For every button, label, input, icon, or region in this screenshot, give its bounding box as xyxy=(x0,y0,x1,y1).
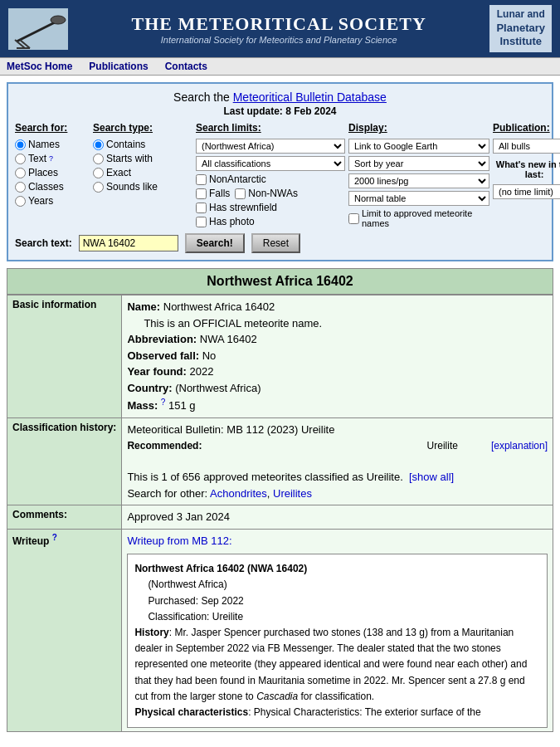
checkbox-limit-approved[interactable]: Limit to approved meteorite names xyxy=(348,208,489,228)
navbar: MetSoc Home Publications Contacts xyxy=(0,57,560,76)
radio-names[interactable]: Names xyxy=(15,139,90,150)
search-limits-header: Search limits: xyxy=(196,122,345,134)
svg-rect-0 xyxy=(8,8,68,50)
lpi-logo: Lunar and Planetary Institute xyxy=(489,5,552,52)
society-logo-left xyxy=(8,8,68,50)
display-select-table[interactable]: Normal table xyxy=(348,191,489,206)
radio-contains[interactable]: Contains xyxy=(93,139,192,150)
bulletin-db-link[interactable]: Meteoritical Bulletin Database xyxy=(233,90,387,104)
comments-row: Comments: Approved 3 Jan 2024 xyxy=(7,505,553,530)
display-col: Display: Link to Google Earth Sort by ye… xyxy=(348,122,489,228)
ureilites-link[interactable]: Ureilites xyxy=(273,487,312,500)
basic-info-content: Name: Northwest Africa 16402 This is an … xyxy=(122,295,553,418)
recommended-row: Recommended: Ureilite [explanation] xyxy=(127,438,548,453)
display-header: Display: xyxy=(348,122,489,134)
comments-label: Comments: xyxy=(7,505,122,530)
telescope-icon xyxy=(8,8,68,50)
writeup-box: Northwest Africa 16402 (NWA 16402) (Nort… xyxy=(127,554,548,728)
society-title: The Meteoritical Society xyxy=(76,13,481,35)
no-time-limit-select[interactable]: (no time limit) xyxy=(493,184,560,199)
checkbox-non-nwas[interactable]: Non-NWAs xyxy=(235,188,298,199)
last-update: Last update: 8 Feb 2024 xyxy=(15,105,545,117)
mb112-link[interactable]: Writeup from MB 112: xyxy=(127,535,231,547)
writeup-row: Writeup ? Writeup from MB 112: Northwest… xyxy=(7,529,553,731)
show-all-link[interactable]: [show all] xyxy=(409,471,454,483)
achondrites-link[interactable]: Achondrites xyxy=(210,487,267,500)
count-text: This is 1 of 656 approved meteorites cla… xyxy=(127,469,548,486)
search-button[interactable]: Search! xyxy=(185,233,245,253)
society-subtitle: International Society for Meteoritics an… xyxy=(76,35,481,45)
whats-new-label: What's new in the last: xyxy=(493,159,560,179)
search-text-row: Search text: Search! Reset xyxy=(15,233,545,253)
search-limits-col: Search limits: (Northwest Africa) All cl… xyxy=(196,122,345,227)
display-select-year[interactable]: Sort by year xyxy=(348,156,489,171)
radio-sounds-like[interactable]: Sounds like xyxy=(93,181,192,193)
explanation-link[interactable]: [explanation] xyxy=(491,438,548,453)
publication-header: Publication: xyxy=(493,122,560,134)
search-input[interactable] xyxy=(79,235,178,251)
result-title: Northwest Africa 16402 xyxy=(7,268,553,295)
radio-places[interactable]: Places xyxy=(15,167,90,178)
search-type-header: Search type: xyxy=(93,122,192,134)
search-type-col: Search type: Contains Starts with Exact … xyxy=(93,122,192,193)
search-for-col: Search for: Names Text ? Places Classes … xyxy=(15,122,90,207)
search-title: Search the Meteoritical Bulletin Databas… xyxy=(15,90,545,104)
reset-button[interactable]: Reset xyxy=(251,233,300,253)
page-header: The Meteoritical Society International S… xyxy=(0,0,560,57)
bulletin-line: Meteoritical Bulletin: MB 112 (2023) Ure… xyxy=(127,422,548,438)
checkbox-strewnfield[interactable]: Has strewnfield xyxy=(196,202,345,213)
radio-text[interactable]: Text ? xyxy=(15,153,90,164)
checkbox-photo[interactable]: Has photo xyxy=(196,216,345,227)
publication-select[interactable]: All bulls xyxy=(493,139,560,154)
checkbox-falls[interactable]: Falls xyxy=(196,188,230,199)
writeup-source: Writeup from MB 112: xyxy=(127,533,548,549)
search-for-header: Search for: xyxy=(15,122,90,134)
search-panel: Search the Meteoritical Bulletin Databas… xyxy=(7,82,553,261)
classification-content: Meteoritical Bulletin: MB 112 (2023) Ure… xyxy=(122,418,553,505)
limits-select-classification[interactable]: All classifications xyxy=(196,156,345,171)
comments-content: Approved 3 Jan 2024 xyxy=(122,505,553,530)
checkbox-nonantarctic[interactable]: NonAntarctic xyxy=(196,173,345,185)
radio-starts-with[interactable]: Starts with xyxy=(93,153,192,164)
nav-contacts[interactable]: Contacts xyxy=(165,61,207,72)
nav-publications[interactable]: Publications xyxy=(89,61,148,72)
info-table: Basic information Name: Northwest Africa… xyxy=(7,295,553,732)
basic-info-row: Basic information Name: Northwest Africa… xyxy=(7,295,553,418)
falls-row: Falls Non-NWAs xyxy=(196,188,345,199)
radio-classes[interactable]: Classes xyxy=(15,181,90,193)
display-select-earth[interactable]: Link to Google Earth xyxy=(348,139,489,154)
classification-row: Classification history: Meteoritical Bul… xyxy=(7,418,553,505)
radio-years[interactable]: Years xyxy=(15,195,90,207)
search-other-row: Search for other: Achondrites, Ureilites xyxy=(127,486,548,502)
basic-info-label: Basic information xyxy=(7,295,122,418)
search-text-label: Search text: xyxy=(15,237,72,249)
display-select-lines[interactable]: 2000 lines/pg xyxy=(348,173,489,188)
header-center: The Meteoritical Society International S… xyxy=(76,13,481,45)
nav-metsoc-home[interactable]: MetSoc Home xyxy=(7,61,72,72)
svg-point-2 xyxy=(51,16,66,24)
limits-select-region[interactable]: (Northwest Africa) xyxy=(196,139,345,154)
radio-exact[interactable]: Exact xyxy=(93,167,192,178)
writeup-label: Writeup ? xyxy=(7,529,122,731)
classification-label: Classification history: xyxy=(7,418,122,505)
publication-col: Publication: All bulls What's new in the… xyxy=(493,122,560,199)
writeup-content: Writeup from MB 112: Northwest Africa 16… xyxy=(122,529,553,731)
